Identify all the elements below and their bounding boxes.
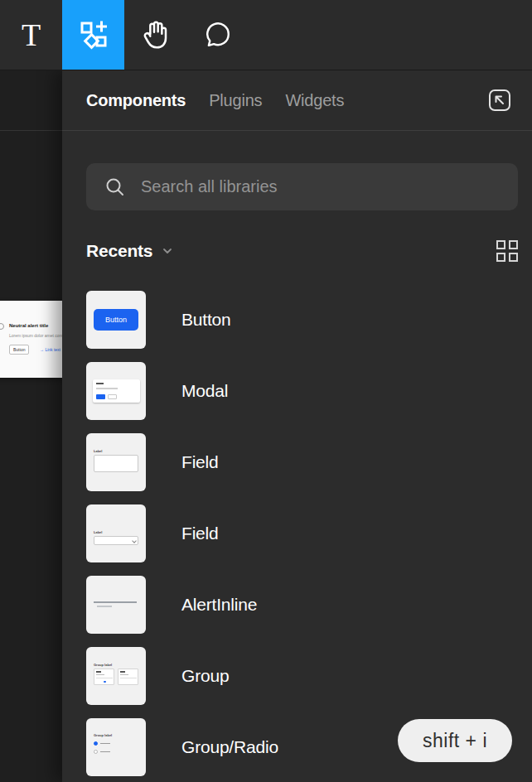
mini-radio-unselected: [94, 750, 110, 754]
grid-view-icon[interactable]: [496, 240, 518, 262]
mini-radio-selected: [94, 741, 110, 746]
canvas-area[interactable]: Neutral alert title Lorem ipsum dolor am…: [0, 70, 62, 782]
mini-group-label: Group label: [94, 663, 112, 667]
tab-plugins[interactable]: Plugins: [209, 91, 262, 110]
text-tool-icon: T: [22, 19, 41, 51]
list-item-button[interactable]: Button Button: [62, 284, 532, 355]
item-label: Field: [181, 452, 219, 472]
hand-tool-button[interactable]: [124, 0, 186, 70]
comment-bubble-icon: [203, 20, 233, 50]
mini-alert-line: [97, 606, 112, 607]
shortcut-badge-text: shift + i: [423, 730, 487, 752]
item-label: Group: [181, 666, 229, 686]
arrow-up-left-box-icon: [486, 87, 513, 113]
alert-button: Button: [9, 345, 29, 355]
thumbnail-field-tall: Label: [86, 433, 146, 491]
info-circle-icon: [0, 323, 4, 330]
alert-link: → Link text: [40, 347, 60, 352]
toolbar: T: [0, 0, 532, 70]
chevron-down-icon[interactable]: [161, 244, 174, 258]
item-label: Button: [181, 310, 231, 330]
mini-group-label: Group label: [94, 733, 112, 737]
list-item-alertinline[interactable]: AlertInline: [62, 569, 532, 640]
mini-modal-preview: [93, 379, 140, 403]
tab-widgets[interactable]: Widgets: [285, 91, 344, 110]
canvas-alert-component[interactable]: Neutral alert title Lorem ipsum dolor am…: [0, 301, 62, 378]
list-item-modal[interactable]: Modal: [62, 355, 532, 427]
recents-row: Recents: [86, 239, 518, 263]
thumbnail-button: Button: [86, 291, 146, 349]
item-label: Group/Radio: [181, 737, 278, 757]
components-icon: [76, 17, 111, 52]
thumbnail-field-short: Label: [86, 504, 146, 562]
list-item-field-2[interactable]: Label Field: [62, 498, 532, 569]
mini-field-label: Label: [94, 530, 102, 534]
item-label: Field: [181, 524, 219, 543]
search-icon: [104, 176, 126, 198]
mini-card-preview: [118, 669, 138, 685]
mini-card-preview: [94, 669, 114, 685]
components-panel: Components Plugins Widgets Recents: [62, 70, 532, 782]
mini-alert-line: [94, 601, 137, 603]
alert-body: Lorem ipsum dolor amet consect: [9, 333, 62, 338]
canvas-guide-line: [0, 130, 62, 131]
thumbnail-group-radio: Group label: [86, 718, 146, 776]
hand-icon: [139, 18, 172, 51]
list-item-field-1[interactable]: Label Field: [62, 427, 532, 498]
thumbnail-alert-inline: [86, 576, 146, 634]
search-input[interactable]: [141, 177, 503, 196]
comments-tool-button[interactable]: [186, 0, 249, 70]
mini-select-preview: [94, 536, 138, 545]
mini-input-preview: [94, 455, 138, 472]
panel-header: Components Plugins Widgets: [62, 70, 532, 131]
text-tool-button[interactable]: T: [0, 0, 62, 70]
recents-title[interactable]: Recents: [86, 241, 152, 261]
alert-title: Neutral alert title: [9, 323, 48, 328]
recents-list: Button Button Modal Label Field Label: [62, 284, 532, 782]
shortcut-badge: shift + i: [398, 719, 512, 762]
popout-panel-button[interactable]: [486, 86, 514, 114]
search-box[interactable]: [86, 163, 518, 210]
thumbnail-modal: [86, 362, 146, 420]
item-label: AlertInline: [181, 595, 257, 615]
components-tool-button[interactable]: [62, 0, 124, 70]
mini-button-preview: Button: [94, 309, 138, 331]
mini-field-label: Label: [94, 449, 102, 453]
tab-components[interactable]: Components: [86, 91, 186, 110]
item-label: Modal: [181, 381, 228, 401]
panel-tabs: Components Plugins Widgets: [86, 91, 486, 110]
thumbnail-group: Group label: [86, 647, 146, 705]
list-item-group[interactable]: Group label Group: [62, 640, 532, 712]
